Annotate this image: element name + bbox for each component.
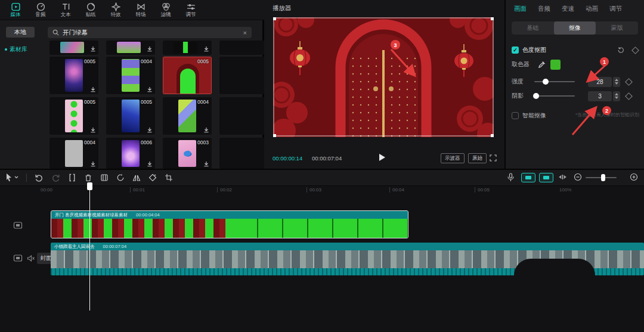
smart-keying-checkbox[interactable] (512, 112, 519, 119)
download-icon[interactable] (147, 46, 153, 52)
subtab-keying[interactable]: 抠像 (554, 21, 596, 35)
reverse-icon[interactable] (116, 173, 125, 182)
rotate-icon[interactable] (148, 173, 157, 182)
reset-icon[interactable] (617, 46, 624, 54)
timeline-zoom-knob[interactable] (601, 174, 605, 181)
linkage-icon[interactable] (558, 173, 567, 181)
toolbar-item-text[interactable]: 文本 (55, 2, 76, 17)
keyframe-diamond-icon[interactable] (625, 92, 633, 100)
video-preview[interactable]: 3 (273, 17, 494, 137)
original-quality-button[interactable]: 原始 (468, 153, 487, 163)
clip1-duration: 00:00:04:04 (136, 212, 160, 218)
mute-track-icon[interactable] (27, 255, 35, 262)
material-cell[interactable]: 0004 (106, 57, 155, 94)
material-cell[interactable]: 0005 (49, 57, 98, 94)
split-icon[interactable] (68, 173, 76, 182)
material-label: 0005 (141, 99, 152, 105)
download-icon[interactable] (203, 46, 209, 52)
material-cell[interactable] (219, 138, 268, 169)
download-icon[interactable] (147, 86, 153, 92)
zoom-in-icon[interactable] (630, 173, 638, 181)
material-cell[interactable]: 0004 (163, 97, 212, 135)
material-cell[interactable] (219, 41, 268, 55)
strength-stepper[interactable] (613, 77, 620, 87)
download-icon[interactable] (90, 86, 96, 92)
keyframe-diamond-icon[interactable] (631, 46, 639, 54)
download-icon[interactable] (90, 161, 96, 167)
tab-adjust[interactable]: 调节 (609, 5, 622, 13)
chroma-key-checkbox[interactable]: ✓ (512, 46, 519, 54)
download-icon[interactable] (90, 127, 96, 133)
timeline-zoom-slider[interactable] (586, 177, 617, 178)
material-cell[interactable]: 0005 (49, 97, 98, 135)
tab-speed[interactable]: 变速 (562, 5, 574, 13)
annotation-arrow-2 (565, 101, 602, 137)
main-track-magnet-toggle[interactable] (521, 173, 535, 182)
subtab-mask[interactable]: 蒙版 (596, 21, 638, 35)
download-icon[interactable] (90, 46, 96, 52)
timeline-ruler[interactable]: 00:00 00:01 00:02 00:03 00:04 00:05 100% (0, 186, 644, 194)
material-thumbnail (60, 42, 84, 53)
download-icon[interactable] (147, 161, 153, 167)
redo-icon[interactable] (51, 173, 60, 182)
shadow-stepper[interactable] (613, 91, 620, 101)
material-cell-selected[interactable]: 0005 (163, 57, 212, 94)
select-tool-icon[interactable] (5, 173, 18, 182)
material-cell[interactable]: 0003 (163, 138, 212, 169)
play-button[interactable] (379, 153, 386, 162)
keyframe-diamond-icon[interactable] (625, 78, 633, 86)
material-label: 0005 (84, 58, 95, 64)
sidebar-item-local[interactable]: 本地 (6, 27, 35, 38)
freeze-frame-icon[interactable] (100, 173, 109, 182)
toolbar-item-effects[interactable]: 特效 (105, 2, 126, 17)
toolbar-item-transition[interactable]: 转场 (130, 2, 151, 17)
shadow-value[interactable]: 3 (588, 91, 612, 101)
track1-toggle-icon[interactable] (13, 221, 23, 230)
toolbar-item-adjust[interactable]: 调节 (180, 2, 202, 17)
clip-green-screen[interactable]: 开门 喜庆视频素材视频素材绿幕素材 00:00:04:04 (51, 210, 408, 238)
active-dot (5, 48, 7, 51)
clear-search-icon[interactable]: × (243, 29, 247, 36)
clip2-duration: 00:00:07:04 (103, 244, 127, 249)
eyedropper-icon[interactable] (538, 61, 546, 69)
shadow-slider-knob[interactable] (533, 93, 539, 99)
tab-picture[interactable]: 画面 (514, 5, 527, 13)
playhead-handle[interactable] (87, 182, 92, 190)
material-cell[interactable] (163, 41, 212, 55)
crop-icon[interactable] (165, 173, 173, 182)
fullscreen-icon[interactable] (490, 154, 497, 162)
scope-button[interactable]: 示波器 (441, 153, 465, 163)
picked-color-swatch[interactable] (550, 60, 561, 70)
delete-icon[interactable] (84, 173, 92, 182)
toolbar-item-media[interactable]: 媒体 (5, 2, 26, 17)
strength-slider[interactable] (534, 81, 575, 82)
divider (26, 173, 27, 182)
subtab-basic[interactable]: 基础 (512, 21, 554, 35)
tab-audio[interactable]: 音频 (538, 5, 550, 13)
tab-animation[interactable]: 动画 (586, 5, 598, 13)
download-icon[interactable] (203, 127, 209, 133)
download-icon[interactable] (203, 161, 209, 167)
material-cell[interactable]: 0004 (49, 138, 98, 169)
material-cell[interactable] (49, 41, 98, 55)
mirror-icon[interactable] (132, 173, 141, 182)
undo-icon[interactable] (35, 173, 44, 182)
material-cell[interactable]: 0005 (106, 97, 155, 135)
toolbar-item-filter[interactable]: 滤镜 (155, 2, 177, 17)
strength-slider-knob[interactable] (543, 79, 549, 85)
search-input[interactable]: 开门绿幕 × (48, 27, 252, 38)
toolbar-item-sticker[interactable]: 贴纸 (80, 2, 101, 17)
material-cell[interactable]: 0006 (106, 138, 155, 169)
record-voiceover-icon[interactable] (507, 173, 515, 182)
auto-snap-toggle[interactable] (539, 173, 553, 182)
material-cell[interactable] (219, 97, 268, 135)
track2-toggle-icon[interactable] (13, 253, 23, 263)
download-icon[interactable] (147, 127, 153, 133)
toolbar-item-audio[interactable]: 音频 (30, 2, 51, 17)
material-cell[interactable] (106, 41, 155, 55)
shadow-slider[interactable] (534, 95, 575, 97)
zoom-out-icon[interactable] (574, 173, 582, 181)
sidebar-item-library[interactable]: 素材库 (5, 45, 27, 54)
material-cell[interactable] (219, 57, 268, 94)
material-label: 0005 (197, 58, 209, 64)
